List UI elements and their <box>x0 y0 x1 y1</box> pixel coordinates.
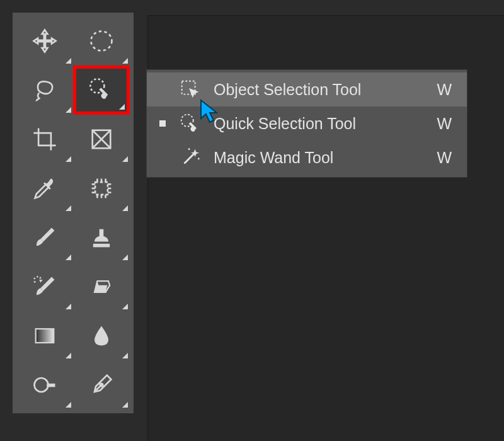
lasso-icon <box>31 76 59 104</box>
history-brush-tool[interactable] <box>16 262 73 311</box>
gradient-icon <box>31 322 59 350</box>
flyout-item-label: Quick Selection Tool <box>214 115 427 133</box>
flyout-item-shortcut: W <box>437 81 455 99</box>
flyout-indicator <box>66 156 71 162</box>
quick-selection-brush-icon <box>88 76 115 104</box>
quick-selection-icon <box>177 110 203 137</box>
svg-point-24 <box>100 384 103 386</box>
flyout-indicator <box>66 304 71 309</box>
flyout-indicator <box>122 58 128 64</box>
flyout-indicator <box>119 104 125 110</box>
svg-point-0 <box>91 32 112 51</box>
flyout-indicator <box>66 58 71 64</box>
clone-stamp-tool[interactable] <box>73 213 130 262</box>
crop-tool[interactable] <box>16 115 73 164</box>
flyout-item-magic-wand[interactable]: Magic Wand Tool W <box>147 140 467 175</box>
history-brush-icon <box>31 273 59 301</box>
flyout-indicator <box>66 353 71 358</box>
object-selection-icon <box>177 76 203 103</box>
eyedropper-icon <box>31 175 59 202</box>
marquee-tool[interactable] <box>73 16 130 66</box>
lasso-tool[interactable] <box>16 66 73 115</box>
ellipse-marquee-icon <box>88 27 115 55</box>
active-indicator <box>158 120 167 127</box>
svg-rect-22 <box>47 384 55 387</box>
dodge-icon <box>31 371 59 399</box>
flyout-indicator <box>122 205 128 211</box>
crop-icon <box>31 125 59 153</box>
gradient-tool[interactable] <box>16 311 73 360</box>
flyout-indicator <box>66 402 71 408</box>
pen-tool[interactable] <box>73 360 130 410</box>
flyout-indicator <box>122 156 128 162</box>
slice-tool[interactable] <box>73 164 130 213</box>
pen-icon <box>88 371 115 399</box>
drop-icon <box>88 322 115 350</box>
flyout-item-shortcut: W <box>437 115 455 133</box>
flyout-item-quick-selection[interactable]: Quick Selection Tool W <box>147 106 467 140</box>
dodge-tool[interactable] <box>16 360 73 410</box>
brush-tool[interactable] <box>16 213 73 262</box>
chip-icon <box>88 175 115 202</box>
flyout-indicator <box>122 353 128 358</box>
frame-icon <box>88 125 115 153</box>
magic-wand-icon <box>177 144 203 171</box>
quick-selection-tool[interactable] <box>73 66 130 115</box>
svg-point-21 <box>35 378 49 392</box>
flyout-item-object-selection[interactable]: Object Selection Tool W <box>147 72 467 106</box>
flyout-indicator <box>66 107 71 113</box>
flyout-item-shortcut: W <box>437 149 455 167</box>
eyedropper-tool[interactable] <box>16 164 73 213</box>
eraser-icon <box>88 273 115 301</box>
move-tool[interactable] <box>16 16 73 66</box>
stamp-icon <box>88 224 115 251</box>
svg-rect-6 <box>95 182 108 195</box>
flyout-item-label: Magic Wand Tool <box>214 149 427 167</box>
move-icon <box>31 27 59 55</box>
svg-line-27 <box>185 154 194 163</box>
frame-tool[interactable] <box>73 115 130 164</box>
eraser-tool[interactable] <box>73 262 130 311</box>
svg-point-29 <box>198 158 200 159</box>
svg-point-28 <box>188 148 190 150</box>
svg-rect-20 <box>36 329 54 343</box>
flyout-item-label: Object Selection Tool <box>214 81 427 99</box>
selection-tool-flyout: Object Selection Tool W Quick Selection … <box>146 69 467 178</box>
flyout-indicator <box>122 304 128 309</box>
toolbar <box>13 13 134 413</box>
flyout-indicator <box>66 255 71 260</box>
flyout-indicator <box>66 205 71 211</box>
blur-tool[interactable] <box>73 311 130 360</box>
flyout-indicator <box>122 255 128 260</box>
flyout-indicator <box>122 402 128 408</box>
brush-icon <box>31 224 59 251</box>
svg-rect-19 <box>93 244 110 248</box>
